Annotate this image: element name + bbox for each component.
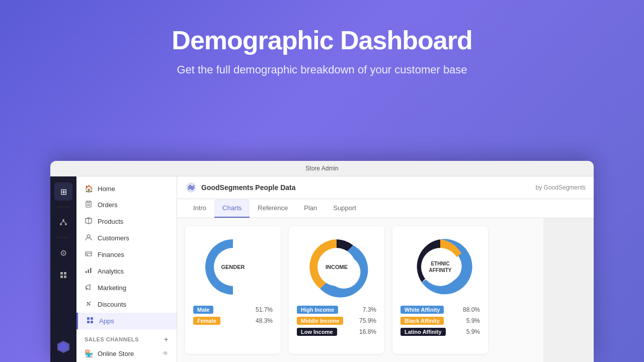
legend-row-black: Black Affinity 5.9% xyxy=(400,317,480,325)
svg-rect-19 xyxy=(87,254,88,255)
nav-online-store[interactable]: 🏪 Online Store 👁 xyxy=(76,345,177,361)
nav-online-store-label: Online Store xyxy=(98,350,134,357)
eye-icon[interactable]: 👁 xyxy=(163,350,169,357)
gender-label: GENDER xyxy=(221,263,245,270)
gender-donut: GENDER xyxy=(200,234,266,300)
marketing-icon xyxy=(85,284,93,292)
svg-point-2 xyxy=(65,223,67,225)
middle-income-badge: Middle Income xyxy=(297,317,343,325)
sidebar-icon-grid[interactable]: ⊞ xyxy=(54,183,72,201)
content-area: GoodSegments People Data by GoodSegments… xyxy=(177,176,594,362)
legend-row-latino: Latino Affinity 5.9% xyxy=(400,328,480,336)
icon-sidebar: ⊞ ⚙ xyxy=(50,176,76,362)
app-header: GoodSegments People Data by GoodSegments xyxy=(177,176,594,199)
male-pct: 51.7% xyxy=(256,306,273,313)
brand-name: GoodSegments People Data xyxy=(201,184,295,192)
svg-line-3 xyxy=(61,221,63,223)
nav-home-label: Home xyxy=(98,185,115,193)
sales-channels-label: SALES CHANNELS xyxy=(85,336,139,342)
sidebar-icon-layers[interactable] xyxy=(54,266,72,284)
finances-icon xyxy=(85,250,93,259)
nav-finances[interactable]: Finances xyxy=(76,246,177,263)
white-affinity-pct: 88.0% xyxy=(463,306,480,313)
svg-point-24 xyxy=(87,302,89,304)
nav-finances-label: Finances xyxy=(98,251,124,258)
female-pct: 48.3% xyxy=(256,317,273,324)
ethnic-donut: ETHNICAFFINITY xyxy=(408,234,473,300)
male-badge: Male xyxy=(193,306,213,314)
tab-plan[interactable]: Plan xyxy=(296,199,325,218)
svg-rect-7 xyxy=(60,276,63,278)
nav-orders[interactable]: Orders xyxy=(76,197,177,213)
by-text: by GoodSegments xyxy=(536,184,586,191)
gender-legend: Male 51.7% Female 48.3% xyxy=(193,306,273,328)
high-income-badge: High Income xyxy=(297,306,338,314)
tab-support[interactable]: Support xyxy=(325,199,364,218)
female-badge: Female xyxy=(193,317,220,325)
tab-intro[interactable]: Intro xyxy=(185,199,214,218)
nav-marketing-label: Marketing xyxy=(98,284,126,292)
customers-icon xyxy=(85,234,93,242)
svg-point-31 xyxy=(186,183,196,193)
nav-analytics-label: Analytics xyxy=(98,267,124,275)
store-icon: 🏪 xyxy=(85,349,93,357)
svg-rect-29 xyxy=(87,321,90,323)
nav-marketing[interactable]: Marketing xyxy=(76,280,177,296)
ethnic-label: ETHNICAFFINITY xyxy=(429,260,452,274)
nav-products[interactable]: Products xyxy=(76,213,177,230)
middle-income-pct: 75.9% xyxy=(359,317,376,324)
legend-row-white: White Affinity 88.0% xyxy=(400,306,480,314)
sales-channels-section: SALES CHANNELS + xyxy=(76,329,177,345)
svg-point-1 xyxy=(60,223,62,225)
legend-row-low: Low Income 16.8% xyxy=(297,328,376,336)
add-channel-button[interactable]: + xyxy=(164,335,169,343)
hero-subtitle: Get the full demographic breakdown of yo… xyxy=(10,63,634,76)
sidebar-divider-1 xyxy=(57,207,69,207)
products-icon xyxy=(85,217,93,226)
hero-section: Demographic Dashboard Get the full demog… xyxy=(0,0,644,92)
analytics-icon xyxy=(85,267,93,276)
sidebar-icon-nodes[interactable] xyxy=(54,213,72,231)
chart-gender: GENDER Male 51.7% Female 48.3% xyxy=(185,226,281,354)
charts-content: GENDER Male 51.7% Female 48.3% xyxy=(177,218,594,362)
nav-discounts[interactable]: Discounts xyxy=(76,296,177,313)
tabs-bar: Intro Charts Reference Plan Support xyxy=(177,199,594,218)
chart-ethnic: ETHNICAFFINITY White Affinity 88.0% Blac… xyxy=(392,226,488,354)
svg-rect-27 xyxy=(87,317,90,320)
legend-row-male: Male 51.7% xyxy=(193,306,273,314)
latino-affinity-badge: Latino Affinity xyxy=(400,328,446,336)
svg-rect-28 xyxy=(91,317,93,320)
black-affinity-badge: Black Affinity xyxy=(400,317,444,325)
tab-charts[interactable]: Charts xyxy=(214,199,250,218)
income-label: INCOME xyxy=(326,263,348,270)
side-panel xyxy=(543,218,594,362)
nav-analytics[interactable]: Analytics xyxy=(76,263,177,280)
income-legend: High Income 7.3% Middle Income 75.9% Low… xyxy=(297,306,376,339)
hero-title: Demographic Dashboard xyxy=(10,25,634,55)
svg-line-4 xyxy=(63,221,66,223)
main-layout: ⊞ ⚙ xyxy=(50,176,594,362)
sidebar-icon-gear[interactable]: ⚙ xyxy=(54,244,72,262)
nav-products-label: Products xyxy=(98,218,123,225)
nav-home[interactable]: 🏠 Home xyxy=(76,180,177,197)
ethnic-legend: White Affinity 88.0% Black Affinity 5.9%… xyxy=(400,306,480,339)
svg-rect-5 xyxy=(60,272,63,275)
legend-row-middle: Middle Income 75.9% xyxy=(297,317,376,325)
svg-rect-20 xyxy=(86,271,87,273)
title-bar: Store Admin xyxy=(50,161,594,176)
legend-row-high: High Income 7.3% xyxy=(297,306,376,314)
svg-rect-6 xyxy=(64,272,66,275)
sidebar-divider-2 xyxy=(57,237,69,238)
tab-reference[interactable]: Reference xyxy=(250,199,296,218)
charts-scroll: GENDER Male 51.7% Female 48.3% xyxy=(177,218,543,362)
nav-discounts-label: Discounts xyxy=(98,301,126,308)
latino-affinity-pct: 5.9% xyxy=(466,328,480,335)
income-donut: INCOME xyxy=(304,234,369,300)
nav-apps[interactable]: Apps xyxy=(76,313,177,329)
low-income-badge: Low Income xyxy=(297,328,337,336)
home-icon: 🏠 xyxy=(85,185,93,193)
nav-orders-label: Orders xyxy=(98,201,118,209)
orders-icon xyxy=(85,201,93,209)
nav-customers[interactable]: Customers xyxy=(76,230,177,246)
nav-customers-label: Customers xyxy=(98,234,129,242)
